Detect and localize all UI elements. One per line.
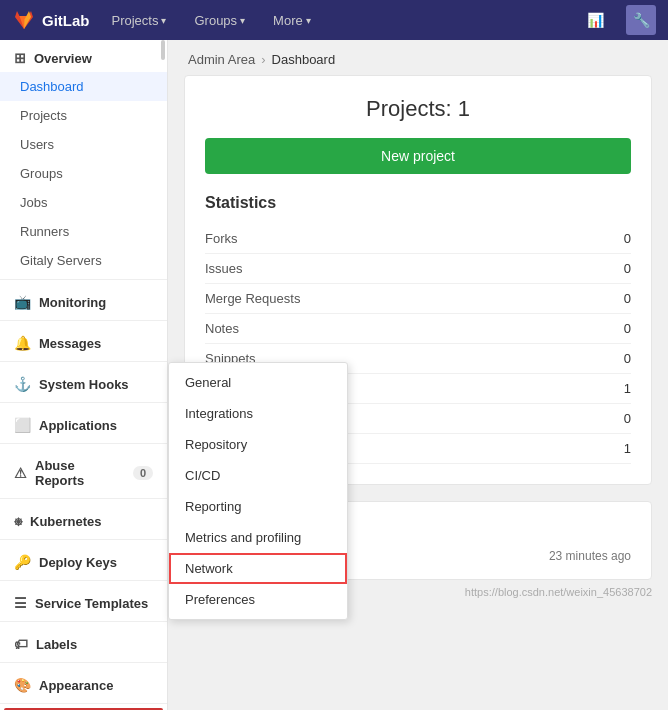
- sidebar-item-jobs[interactable]: Jobs: [0, 188, 167, 217]
- monitoring-icon: 📺: [14, 294, 31, 310]
- sidebar-item-groups[interactable]: Groups: [0, 159, 167, 188]
- sidebar-system-hooks-header[interactable]: ⚓ System Hooks: [0, 366, 167, 398]
- stat-label: Notes: [205, 314, 601, 344]
- stat-value: 1: [601, 374, 631, 404]
- sidebar-abuse-reports-header[interactable]: ⚠ Abuse Reports 0: [0, 448, 167, 494]
- settings-network-item[interactable]: Network: [169, 553, 347, 584]
- messages-icon: 🔔: [14, 335, 31, 351]
- stat-value: 1: [601, 434, 631, 464]
- new-project-button[interactable]: New project: [205, 138, 631, 174]
- groups-menu[interactable]: Groups ▾: [188, 9, 251, 32]
- system-hooks-icon: ⚓: [14, 376, 31, 392]
- breadcrumb-parent: Admin Area: [188, 52, 255, 67]
- statistics-title: Statistics: [205, 194, 631, 212]
- sidebar-divider-8: [0, 580, 167, 581]
- stat-value: 0: [601, 284, 631, 314]
- sidebar-divider-5: [0, 443, 167, 444]
- abuse-reports-badge: 0: [133, 466, 153, 480]
- appearance-icon: 🎨: [14, 677, 31, 693]
- stat-label: Merge Requests: [205, 284, 601, 314]
- overview-grid-icon: ⊞: [14, 50, 26, 66]
- sidebar-messages-header[interactable]: 🔔 Messages: [0, 325, 167, 357]
- sidebar-kubernetes-header[interactable]: ⎈ Kubernetes: [0, 503, 167, 535]
- settings-metrics-item[interactable]: Metrics and profiling: [169, 522, 347, 553]
- sidebar-overview-header: ⊞ Overview: [0, 40, 167, 72]
- sidebar-deploy-keys-header[interactable]: 🔑 Deploy Keys: [0, 544, 167, 576]
- abuse-reports-icon: ⚠: [14, 465, 27, 481]
- sidebar-monitoring-header[interactable]: 📺 Monitoring: [0, 284, 167, 316]
- projects-count-title: Projects: 1: [205, 96, 631, 122]
- sidebar-divider-3: [0, 361, 167, 362]
- project-time: 23 minutes ago: [549, 549, 631, 563]
- stats-row: Notes0: [205, 314, 631, 344]
- stats-row: Forks0: [205, 224, 631, 254]
- applications-icon: ⬜: [14, 417, 31, 433]
- more-chevron-icon: ▾: [306, 15, 311, 26]
- wrench-icon-button[interactable]: 🔧: [626, 5, 656, 35]
- sidebar-divider-7: [0, 539, 167, 540]
- kubernetes-icon: ⎈: [14, 513, 22, 529]
- projects-menu[interactable]: Projects ▾: [106, 9, 173, 32]
- sidebar-labels-header[interactable]: 🏷 Labels: [0, 626, 167, 658]
- deploy-keys-icon: 🔑: [14, 554, 31, 570]
- sidebar-service-templates-header[interactable]: ☰ Service Templates: [0, 585, 167, 617]
- stat-value: 0: [601, 344, 631, 374]
- stat-value: 0: [601, 254, 631, 284]
- stat-value: 0: [601, 224, 631, 254]
- breadcrumb: Admin Area › Dashboard: [168, 40, 668, 75]
- settings-dropdown: General Integrations Repository CI/CD Re…: [168, 362, 348, 620]
- sidebar-applications-header[interactable]: ⬜ Applications: [0, 407, 167, 439]
- stat-label: Forks: [205, 224, 601, 254]
- sidebar-divider-11: [0, 703, 167, 704]
- breadcrumb-separator: ›: [261, 52, 265, 67]
- more-menu[interactable]: More ▾: [267, 9, 317, 32]
- stats-row: Issues0: [205, 254, 631, 284]
- breadcrumb-current: Dashboard: [272, 52, 336, 67]
- sidebar-item-projects[interactable]: Projects: [0, 101, 167, 130]
- top-navigation: GitLab Projects ▾ Groups ▾ More ▾ 📊 🔧: [0, 0, 668, 40]
- labels-icon: 🏷: [14, 636, 28, 652]
- stat-label: Issues: [205, 254, 601, 284]
- settings-repository-item[interactable]: Repository: [169, 429, 347, 460]
- projects-chevron-icon: ▾: [161, 15, 166, 26]
- gitlab-logo[interactable]: GitLab: [12, 8, 90, 32]
- sidebar-divider-6: [0, 498, 167, 499]
- sidebar-divider-4: [0, 402, 167, 403]
- gitlab-logo-text: GitLab: [42, 12, 90, 29]
- service-templates-icon: ☰: [14, 595, 27, 611]
- stats-row: Merge Requests0: [205, 284, 631, 314]
- stat-value: 0: [601, 314, 631, 344]
- sidebar-divider-2: [0, 320, 167, 321]
- sidebar-appearance-header[interactable]: 🎨 Appearance: [0, 667, 167, 699]
- stat-value: 0: [601, 404, 631, 434]
- sidebar-item-dashboard[interactable]: Dashboard: [0, 72, 167, 101]
- sidebar-item-gitaly-servers[interactable]: Gitaly Servers: [0, 246, 167, 275]
- settings-cicd-item[interactable]: CI/CD: [169, 460, 347, 491]
- settings-preferences-item[interactable]: Preferences: [169, 584, 347, 615]
- sidebar: ⊞ Overview Dashboard Projects Users Grou…: [0, 40, 168, 710]
- settings-general-item[interactable]: General: [169, 367, 347, 398]
- settings-integrations-item[interactable]: Integrations: [169, 398, 347, 429]
- chart-icon-button[interactable]: 📊: [580, 5, 610, 35]
- settings-reporting-item[interactable]: Reporting: [169, 491, 347, 522]
- sidebar-divider-1: [0, 279, 167, 280]
- sidebar-divider-10: [0, 662, 167, 663]
- sidebar-item-users[interactable]: Users: [0, 130, 167, 159]
- groups-chevron-icon: ▾: [240, 15, 245, 26]
- sidebar-item-runners[interactable]: Runners: [0, 217, 167, 246]
- sidebar-scroll: [161, 40, 165, 60]
- sidebar-divider-9: [0, 621, 167, 622]
